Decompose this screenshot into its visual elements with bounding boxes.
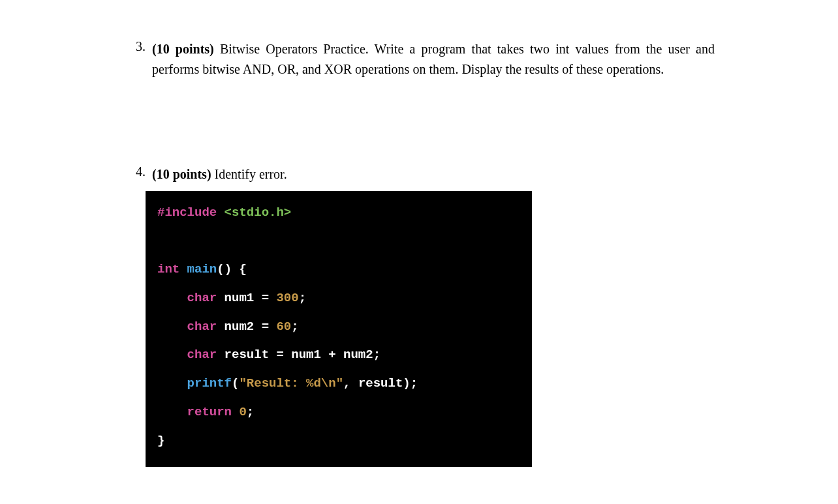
code-token-keyword: char [187, 348, 217, 362]
code-token-function: main [179, 262, 217, 276]
code-token-ident: num1 [217, 291, 261, 305]
question-number: 4. [114, 164, 152, 179]
code-token-ident: num2 [217, 319, 261, 334]
code-token-punct: ( [232, 376, 239, 391]
code-token-number: 0 [239, 405, 246, 419]
code-block: #include <stdio.h> int main() { char num… [146, 191, 532, 467]
code-token-punct: } [157, 434, 164, 448]
code-indent [157, 348, 187, 362]
code-token-include-file: <stdio.h> [217, 205, 291, 220]
code-indent [157, 376, 187, 391]
code-token-keyword: return [187, 405, 232, 419]
code-token-ident: result = num1 + num2; [217, 348, 380, 362]
document-content: 3. (10 points) Bitwise Operators Practic… [114, 39, 715, 467]
question-number: 3. [114, 39, 152, 54]
code-token-string: "Result: %d\n" [239, 376, 343, 391]
points-label: (10 points) [152, 42, 214, 56]
question-4: 4. (10 points) Identify error. #include … [114, 164, 715, 467]
code-token-keyword: char [187, 291, 217, 305]
question-row: 4. (10 points) Identify error. [114, 164, 715, 185]
code-token-ident: , result); [343, 376, 418, 391]
question-row: 3. (10 points) Bitwise Operators Practic… [114, 39, 715, 80]
code-indent [157, 405, 187, 419]
code-token-function: printf [187, 376, 232, 391]
code-token-punct: ; [299, 291, 306, 305]
code-token-keyword: char [187, 319, 217, 334]
question-text: Bitwise Operators Practice. Write a prog… [152, 42, 715, 76]
code-token-punct: ; [247, 405, 254, 419]
question-body: (10 points) Bitwise Operators Practice. … [152, 39, 715, 80]
code-token-punct: { [232, 262, 247, 276]
question-body: (10 points) Identify error. [152, 164, 715, 185]
points-label: (10 points) [152, 167, 211, 181]
code-token-preproc: #include [157, 205, 217, 220]
code-token-number: 300 [276, 291, 298, 305]
code-indent [157, 291, 187, 305]
code-token-punct: () [217, 262, 232, 276]
code-token-punct: = [262, 291, 277, 305]
code-token-punct: ; [291, 319, 298, 334]
code-token-space [232, 405, 239, 419]
question-text: Identify error. [211, 167, 287, 181]
code-token-number: 60 [276, 319, 291, 334]
question-3: 3. (10 points) Bitwise Operators Practic… [114, 39, 715, 80]
code-indent [157, 319, 187, 334]
code-token-punct: = [262, 319, 277, 334]
code-token-keyword: int [157, 262, 179, 276]
